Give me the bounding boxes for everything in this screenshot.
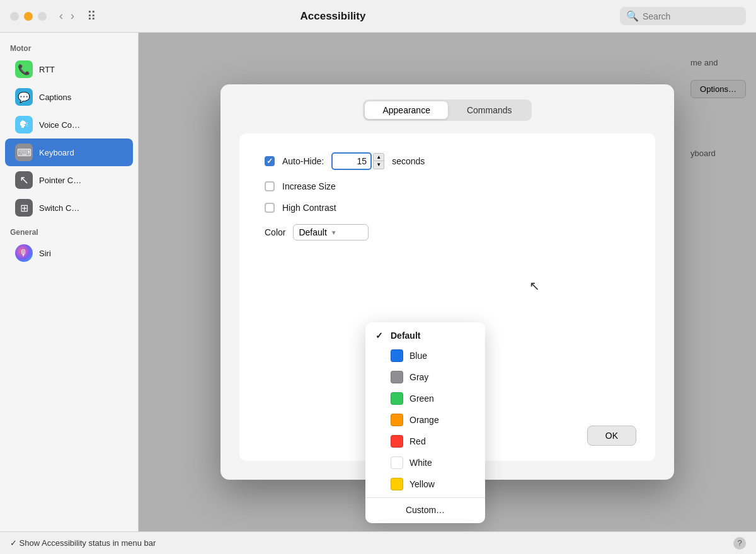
- dropdown-menu: ✓ Default Blue Gray: [365, 322, 485, 523]
- high-contrast-checkbox[interactable]: [265, 203, 275, 213]
- search-input[interactable]: [643, 11, 737, 21]
- sidebar: Motor 📞 RTT 💬 Captions 🗣 Voice Co… ⌨ Key…: [0, 33, 139, 531]
- sidebar-item-captions[interactable]: 💬 Captions: [5, 83, 133, 111]
- yellow-swatch: [391, 478, 403, 490]
- dropdown-item-default[interactable]: ✓ Default: [365, 326, 485, 345]
- checkmark-icon: ✓: [374, 331, 384, 341]
- search-bar[interactable]: 🔍: [620, 7, 746, 25]
- dropdown-item-gray[interactable]: Gray: [365, 366, 485, 388]
- window-controls: [10, 12, 47, 21]
- auto-hide-checkbox[interactable]: [265, 156, 275, 166]
- stepper-down[interactable]: ▼: [373, 161, 384, 169]
- siri-icon: 🎙: [15, 244, 33, 262]
- dropdown-label-green: Green: [410, 393, 434, 404]
- maximize-button[interactable]: [38, 12, 47, 21]
- sidebar-item-label-pointer: Pointer C…: [39, 176, 81, 185]
- sidebar-section-motor: Motor: [0, 38, 138, 55]
- stepper-up[interactable]: ▲: [373, 153, 384, 161]
- auto-hide-input[interactable]: [331, 152, 372, 170]
- title-bar: ‹ › ⠿ Accessibility 🔍: [0, 0, 756, 33]
- sidebar-item-keyboard[interactable]: ⌨ Keyboard: [5, 138, 133, 166]
- bottom-bar: ✓ Show Accessibility status in menu bar …: [0, 531, 756, 554]
- increase-size-row: Increase Size: [265, 181, 630, 191]
- dropdown-item-orange[interactable]: Orange: [365, 409, 485, 431]
- dropdown-label-orange: Orange: [410, 415, 439, 425]
- increase-size-label: Increase Size: [282, 181, 336, 191]
- chevron-down-icon: ▼: [331, 229, 337, 236]
- search-icon: 🔍: [626, 10, 639, 22]
- keyboard-icon: ⌨: [15, 144, 33, 161]
- sidebar-item-label-voice: Voice Co…: [39, 120, 80, 130]
- tab-bar: Appearance Commands: [239, 99, 655, 121]
- panel-content: Auto-Hide: ▲ ▼ seconds Inc: [239, 133, 655, 461]
- tab-appearance[interactable]: Appearance: [365, 101, 448, 119]
- number-input-wrap: ▲ ▼: [331, 152, 384, 170]
- sidebar-item-voice[interactable]: 🗣 Voice Co…: [5, 111, 133, 138]
- dropdown-item-custom[interactable]: Custom…: [365, 500, 485, 519]
- dropdown-label-yellow: Yellow: [410, 479, 435, 489]
- auto-hide-label: Auto-Hide:: [282, 156, 324, 166]
- sidebar-item-siri[interactable]: 🎙 Siri: [5, 239, 133, 267]
- color-row: Color Default ▼: [265, 224, 630, 240]
- blue-swatch: [391, 349, 403, 362]
- switch-icon: ⊞: [15, 199, 33, 217]
- voice-icon: 🗣: [15, 116, 33, 133]
- page-title: Accessibility: [54, 10, 612, 23]
- bottom-status-text: ✓ Show Accessibility status in menu bar: [10, 538, 156, 548]
- sidebar-item-label-captions: Captions: [39, 93, 71, 102]
- main-layout: Motor 📞 RTT 💬 Captions 🗣 Voice Co… ⌨ Key…: [0, 33, 756, 531]
- white-swatch: [391, 456, 403, 469]
- minimize-button[interactable]: [24, 12, 33, 21]
- sidebar-item-label-siri: Siri: [39, 249, 51, 258]
- modal-dialog: Appearance Commands Auto-Hide: ▲: [220, 84, 674, 480]
- sidebar-item-label-keyboard: Keyboard: [39, 148, 74, 157]
- help-button[interactable]: ?: [733, 537, 746, 550]
- dropdown-label-red: Red: [410, 436, 426, 446]
- increase-size-checkbox[interactable]: [265, 181, 275, 191]
- dropdown-item-red[interactable]: Red: [365, 431, 485, 452]
- red-swatch: [391, 435, 403, 448]
- auto-hide-row: Auto-Hide: ▲ ▼ seconds: [265, 152, 630, 170]
- captions-icon: 💬: [15, 88, 33, 106]
- dropdown-label-white: White: [410, 458, 432, 468]
- pointer-icon: ↖: [15, 171, 33, 189]
- close-button[interactable]: [10, 12, 19, 21]
- dropdown-item-white[interactable]: White: [365, 452, 485, 473]
- sidebar-item-label-rtt: RTT: [39, 65, 55, 74]
- rtt-icon: 📞: [15, 60, 33, 78]
- dropdown-item-green[interactable]: Green: [365, 388, 485, 409]
- dropdown-label-gray: Gray: [410, 372, 428, 382]
- sidebar-item-rtt[interactable]: 📞 RTT: [5, 55, 133, 83]
- content-area: me and Options… yboard Appearance Comman…: [139, 33, 756, 531]
- green-swatch: [391, 392, 403, 405]
- sidebar-section-general: General: [0, 222, 138, 239]
- dropdown-item-blue[interactable]: Blue: [365, 345, 485, 366]
- seconds-label: seconds: [392, 156, 425, 166]
- modal-overlay: Appearance Commands Auto-Hide: ▲: [139, 33, 756, 531]
- color-label: Color: [265, 227, 285, 237]
- orange-swatch: [391, 414, 403, 426]
- sidebar-item-label-switch: Switch C…: [39, 203, 79, 213]
- gray-swatch: [391, 371, 403, 383]
- color-select-label: Default: [299, 227, 326, 237]
- dropdown-item-yellow[interactable]: Yellow: [365, 473, 485, 495]
- tab-container: Appearance Commands: [363, 99, 531, 121]
- high-contrast-row: High Contrast: [265, 203, 630, 213]
- stepper: ▲ ▼: [373, 153, 384, 169]
- sidebar-item-switch[interactable]: ⊞ Switch C…: [5, 194, 133, 222]
- color-select-button[interactable]: Default ▼: [293, 224, 369, 240]
- dropdown-divider: [365, 497, 485, 498]
- custom-label: Custom…: [406, 505, 445, 515]
- sidebar-item-pointer[interactable]: ↖ Pointer C…: [5, 166, 133, 194]
- ok-button[interactable]: OK: [587, 426, 636, 446]
- high-contrast-label: High Contrast: [282, 203, 336, 213]
- tab-commands[interactable]: Commands: [449, 101, 530, 119]
- dropdown-label-default: Default: [391, 331, 420, 341]
- dropdown-label-blue: Blue: [410, 351, 427, 361]
